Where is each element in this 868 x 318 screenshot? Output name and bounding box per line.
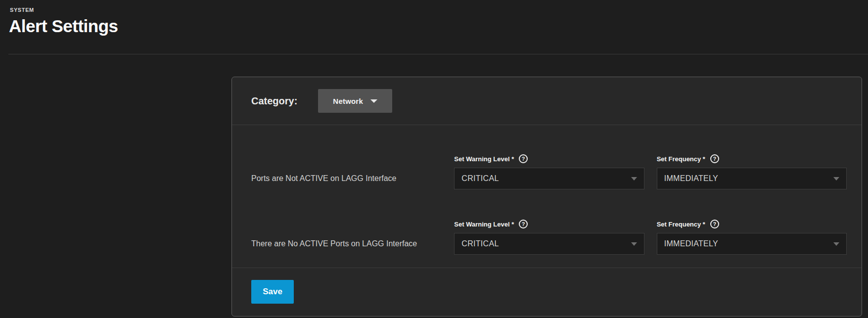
- field-label-row: Set Frequency * ?: [657, 219, 847, 229]
- alert-name: There are No ACTIVE Ports on LAGG Interf…: [251, 233, 454, 255]
- chevron-down-icon: [370, 99, 377, 103]
- alert-row-lagg-ports-not-active: Ports are Not ACTIVE on LAGG Interface S…: [251, 154, 847, 189]
- field-label-row: Set Frequency * ?: [657, 154, 847, 164]
- chevron-down-icon: [631, 242, 637, 246]
- frequency-label: Set Frequency *: [657, 155, 705, 163]
- category-section: Category: Network: [232, 77, 862, 125]
- frequency-value: IMMEDIATELY: [664, 174, 718, 183]
- chevron-down-icon: [631, 177, 637, 181]
- frequency-select[interactable]: IMMEDIATELY: [657, 168, 847, 189]
- field-label-row: Set Warning Level * ?: [454, 154, 644, 164]
- page-header: SYSTEM Alert Settings: [0, 0, 868, 37]
- breadcrumb-system: SYSTEM: [10, 7, 868, 13]
- alert-row-lagg-no-active-ports: There are No ACTIVE Ports on LAGG Interf…: [251, 219, 847, 255]
- chevron-down-icon: [833, 242, 839, 246]
- warning-level-label: Set Warning Level *: [454, 221, 514, 228]
- alert-settings-card: Category: Network Ports are Not ACTIVE o…: [231, 77, 862, 317]
- help-icon[interactable]: ?: [710, 154, 719, 163]
- warning-level-select[interactable]: CRITICAL: [454, 233, 644, 255]
- category-select-button[interactable]: Network: [318, 89, 392, 113]
- card-footer: Save: [232, 268, 862, 316]
- header-divider: [8, 54, 868, 54]
- field-label-row: Set Warning Level * ?: [454, 219, 644, 229]
- save-button[interactable]: Save: [251, 280, 294, 304]
- help-icon[interactable]: ?: [710, 220, 719, 228]
- alert-rows-section: Ports are Not ACTIVE on LAGG Interface S…: [232, 125, 862, 268]
- frequency-field: Set Frequency * ? IMMEDIATELY: [657, 219, 847, 255]
- help-icon[interactable]: ?: [519, 154, 528, 163]
- warning-level-field: Set Warning Level * ? CRITICAL: [454, 154, 644, 189]
- alert-name: Ports are Not ACTIVE on LAGG Interface: [251, 168, 454, 189]
- warning-level-label: Set Warning Level *: [454, 155, 514, 163]
- warning-level-value: CRITICAL: [461, 174, 499, 183]
- frequency-field: Set Frequency * ? IMMEDIATELY: [657, 154, 847, 189]
- warning-level-value: CRITICAL: [461, 239, 499, 248]
- frequency-select[interactable]: IMMEDIATELY: [657, 233, 847, 255]
- warning-level-field: Set Warning Level * ? CRITICAL: [454, 219, 644, 255]
- warning-level-select[interactable]: CRITICAL: [454, 168, 644, 189]
- frequency-label: Set Frequency *: [657, 221, 705, 228]
- chevron-down-icon: [833, 177, 839, 181]
- page-title: Alert Settings: [9, 15, 868, 37]
- help-icon[interactable]: ?: [519, 220, 528, 228]
- category-label: Category:: [251, 95, 297, 107]
- frequency-value: IMMEDIATELY: [664, 239, 718, 248]
- category-value: Network: [333, 97, 363, 105]
